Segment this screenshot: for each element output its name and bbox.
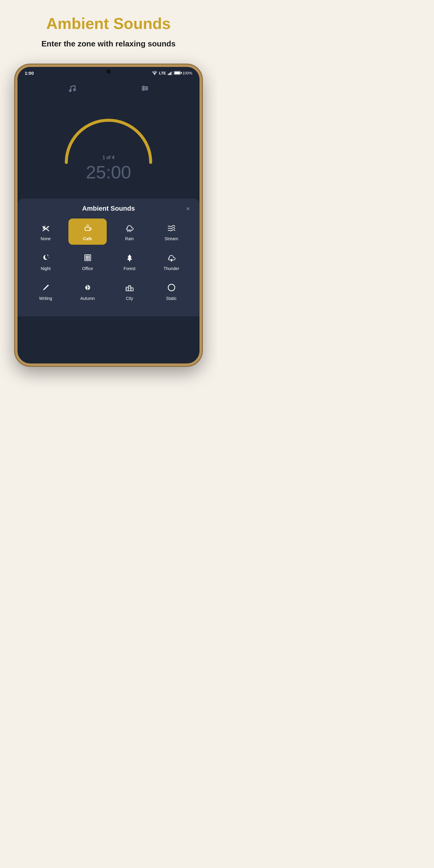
office-icon	[83, 253, 92, 264]
stream-icon	[167, 223, 176, 234]
cafe-icon	[83, 223, 92, 234]
svg-point-6	[73, 89, 75, 91]
cafe-label: Cafe	[83, 236, 92, 241]
static-label: Static	[166, 296, 177, 301]
svg-rect-21	[86, 258, 87, 260]
svg-rect-10	[85, 227, 90, 230]
signal-icon	[168, 71, 172, 75]
static-icon	[167, 283, 176, 293]
svg-rect-22	[87, 258, 88, 260]
sound-item-none[interactable]: None	[27, 218, 65, 245]
svg-rect-23	[89, 258, 90, 260]
timer-area: 1 of 4 25:00	[18, 101, 199, 183]
svg-rect-30	[129, 287, 130, 287]
svg-rect-31	[130, 287, 131, 287]
stream-label: Stream	[164, 236, 178, 241]
autumn-label: Autumn	[80, 296, 95, 301]
sound-item-thunder[interactable]: Thunder	[152, 248, 190, 275]
timer-digits: 25:00	[86, 162, 131, 183]
svg-rect-33	[130, 288, 131, 289]
app-icons-row	[18, 78, 199, 101]
thunder-icon	[167, 253, 176, 264]
settings-icon[interactable]	[141, 84, 149, 95]
svg-point-35	[168, 284, 175, 291]
rain-icon	[125, 223, 134, 234]
svg-rect-18	[86, 257, 87, 258]
svg-point-11	[47, 255, 48, 256]
svg-rect-32	[129, 288, 130, 289]
svg-rect-17	[89, 255, 90, 257]
office-label: Office	[82, 266, 93, 271]
sound-item-writing[interactable]: Writing	[27, 278, 65, 304]
svg-rect-29	[127, 289, 127, 290]
forest-icon	[125, 253, 134, 264]
svg-rect-1	[168, 74, 169, 75]
svg-point-12	[49, 257, 49, 258]
svg-rect-24	[129, 260, 130, 261]
none-label: None	[41, 236, 51, 241]
sound-item-rain[interactable]: Rain	[110, 218, 149, 245]
sound-item-autumn[interactable]: Autumn	[68, 278, 107, 304]
page-subtitle: Enter the zone with relaxing sounds	[33, 38, 184, 49]
modal-close-button[interactable]: ×	[183, 204, 193, 214]
writing-label: Writing	[39, 296, 52, 301]
night-icon	[41, 253, 50, 264]
status-time: 1:00	[25, 70, 34, 76]
page-title: Ambient Sounds	[12, 15, 205, 32]
timer-ring	[60, 107, 157, 164]
city-label: City	[126, 296, 133, 301]
svg-rect-16	[87, 255, 88, 257]
phone-wrapper: 1:00 LTE	[15, 64, 202, 366]
sound-item-office[interactable]: Office	[68, 248, 107, 275]
sound-item-stream[interactable]: Stream	[152, 218, 190, 245]
city-icon	[125, 283, 134, 293]
svg-rect-15	[86, 255, 87, 257]
night-label: Night	[41, 266, 51, 271]
svg-rect-28	[127, 288, 127, 289]
svg-point-9	[143, 89, 144, 90]
svg-rect-27	[131, 288, 133, 291]
sound-item-night[interactable]: Night	[27, 248, 65, 275]
rain-label: Rain	[125, 236, 134, 241]
sound-item-forest[interactable]: Forest	[110, 248, 149, 275]
svg-point-13	[47, 254, 48, 255]
svg-point-5	[69, 90, 71, 92]
svg-rect-20	[89, 257, 90, 258]
svg-rect-34	[131, 289, 132, 289]
svg-rect-2	[169, 73, 170, 75]
none-icon	[41, 223, 50, 234]
svg-point-7	[143, 86, 144, 87]
forest-label: Forest	[124, 266, 135, 271]
writing-icon	[41, 283, 50, 293]
svg-point-0	[154, 74, 155, 75]
wifi-icon	[152, 71, 157, 75]
network-label: LTE	[159, 71, 166, 75]
app-screen: 1 of 4 25:00	[18, 78, 199, 198]
svg-rect-4	[172, 71, 172, 75]
thunder-label: Thunder	[163, 266, 179, 271]
sound-grid: None Cafe Rain Stream Night Office Fores…	[24, 218, 193, 310]
autumn-icon	[83, 283, 92, 293]
status-right: LTE 100%	[152, 71, 192, 75]
camera-notch	[106, 69, 111, 73]
svg-rect-3	[170, 72, 171, 75]
music-icon[interactable]	[68, 84, 76, 95]
ambient-sounds-modal: × Ambient Sounds None Cafe Rain Stream N…	[18, 198, 199, 316]
battery-label: 100%	[182, 71, 192, 75]
svg-rect-19	[87, 257, 88, 258]
modal-title: Ambient Sounds	[24, 205, 193, 213]
svg-rect-25	[126, 287, 128, 291]
sound-item-city[interactable]: City	[110, 278, 149, 304]
sound-item-static[interactable]: Static	[152, 278, 190, 304]
battery-icon	[174, 71, 181, 75]
page-header: Ambient Sounds Enter the zone with relax…	[0, 0, 217, 56]
svg-point-8	[146, 87, 147, 89]
sound-item-cafe[interactable]: Cafe	[68, 218, 107, 245]
phone-frame: 1:00 LTE	[15, 64, 202, 366]
